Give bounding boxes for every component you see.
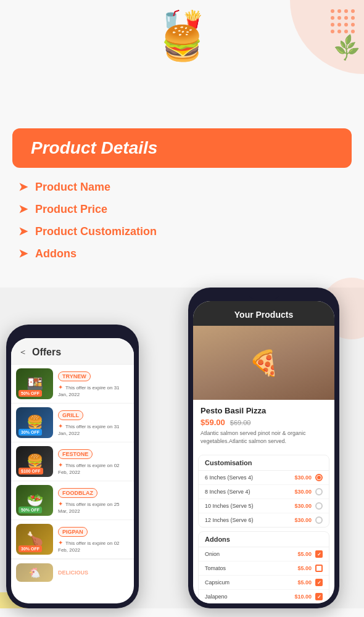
back-arrow-icon[interactable]: ＜ xyxy=(19,347,27,358)
addon-price-tomatos: $5.00 xyxy=(297,565,312,571)
arrow-icon-customization: ➤ xyxy=(19,225,28,238)
addon-row-onion[interactable]: Onion $5.00 ✓ xyxy=(199,547,329,561)
offer-card-festone[interactable]: 🍔 $100 OFF FESTONE ✦ This offer is expir… xyxy=(11,442,134,481)
burger-icon: 🍔 xyxy=(0,27,364,60)
addon-price-jalapeno: $10.00 xyxy=(294,594,312,600)
radio-8inch[interactable] xyxy=(315,488,323,495)
right-phone-notch xyxy=(249,292,279,299)
offers-header: ＜ Offers xyxy=(11,338,134,365)
price-old: $69.00 xyxy=(230,419,251,426)
offer-info-trynew: TRYNEW ✦ This offer is expire on 31 Jan,… xyxy=(58,370,129,398)
product-details-banner: Product Details xyxy=(12,128,352,168)
offer-badge-trynew: 50% OFF xyxy=(19,390,42,397)
feature-label-price: Product Price xyxy=(35,203,107,216)
delicious-label: DELICIOUS xyxy=(58,569,88,576)
custom-row-8inch[interactable]: 8 Inches (Serve 4) $30.00 xyxy=(199,485,329,499)
offer-info-pigpan: PIGPAN ✦ This offer is expire on 02 Feb,… xyxy=(58,525,129,553)
addon-label-tomatos: Tomatos xyxy=(205,565,297,571)
offer-info-foodblaz: FOODBLAZ ✦ This offer is expire on 25 Ma… xyxy=(58,486,129,515)
addon-price-capsicum: $5.00 xyxy=(297,579,312,586)
custom-label-12inch: 12 Inches (Serve 6) xyxy=(205,517,294,523)
product-info: Pesto Basil Pizza $59.00 $69.00 Atlantic… xyxy=(193,400,334,455)
offer-card-foodblaz[interactable]: 🥗 50% OFF FOODBLAZ ✦ This offer is expir… xyxy=(11,481,134,520)
offer-desc-trynew: ✦ This offer is expire on 31 Jan, 2022 xyxy=(58,383,129,398)
arrow-icon-price: ➤ xyxy=(19,202,28,216)
custom-label-10inch: 10 Inches (Serve 5) xyxy=(205,503,294,509)
offer-card-grill[interactable]: 🍔 30% OFF GRILL ✦ This offer is expire o… xyxy=(11,404,134,442)
right-phone-mockup: Your Products 🍕 Pesto Basil Pizza $59.00… xyxy=(188,288,339,608)
offer-code-foodblaz: FOODBLAZ xyxy=(58,488,97,498)
food-plate-emoji: 🍕 xyxy=(249,349,279,378)
arrow-icon-addons: ➤ xyxy=(19,247,28,260)
product-screen-title: Your Products xyxy=(234,310,293,320)
custom-price-8inch: $30.00 xyxy=(294,489,312,495)
addons-title: Addons xyxy=(199,532,329,547)
checkbox-tomatos[interactable] xyxy=(315,565,323,572)
offer-desc-text-trynew: This offer is expire on 31 Jan, 2022 xyxy=(58,385,120,397)
product-description: Atlantic salmon served pinot noir & orga… xyxy=(201,429,327,445)
feature-item-name: ➤ Product Name xyxy=(19,180,345,194)
offer-icon-grill: ✦ xyxy=(58,423,63,429)
custom-row-10inch[interactable]: 10 Inches (Serve 5) $30.00 xyxy=(199,499,329,513)
left-phone-mockup: ＜ Offers 🍱 50% OFF TRYNEW ✦ xyxy=(6,325,139,608)
custom-row-12inch[interactable]: 12 Inches (Serve 6) $30.00 xyxy=(199,513,329,527)
addon-price-onion: $5.00 xyxy=(297,551,312,557)
feature-label-customization: Product Customization xyxy=(35,225,157,238)
offer-img-meals: 🍱 50% OFF xyxy=(16,368,53,399)
feature-label-addons: Addons xyxy=(35,247,77,260)
offer-card-delicious: 🐔 DELICIOUS xyxy=(11,559,134,586)
addon-row-tomatos[interactable]: Tomatos $5.00 xyxy=(199,561,329,576)
offer-desc-foodblaz: ✦ This offer is expire on 25 Mar, 2022 xyxy=(58,500,129,515)
addon-label-jalapeno: Jalapeno xyxy=(205,594,294,600)
product-image: 🍕 xyxy=(193,326,334,400)
radio-10inch[interactable] xyxy=(315,502,323,510)
checkbox-onion[interactable]: ✓ xyxy=(315,550,323,558)
checkbox-capsicum[interactable]: ✓ xyxy=(315,579,323,586)
offer-code-pigpan: PIGPAN xyxy=(58,527,88,537)
feature-item-price: ➤ Product Price xyxy=(19,202,345,216)
offer-icon-foodblaz: ✦ xyxy=(58,500,63,507)
custom-price-10inch: $30.00 xyxy=(294,503,312,509)
left-phone-notch xyxy=(57,329,88,336)
check-jalapeno: ✓ xyxy=(317,594,321,600)
radio-inner-6inch xyxy=(317,476,321,479)
addon-row-capsicum[interactable]: Capsicum $5.00 ✓ xyxy=(199,576,329,590)
offer-badge-festone: $100 OFF xyxy=(19,468,43,474)
right-phone-container: Your Products 🍕 Pesto Basil Pizza $59.00… xyxy=(188,288,339,608)
product-name: Pesto Basil Pizza xyxy=(201,406,327,415)
addon-row-jalapeno[interactable]: Jalapeno $10.00 ✓ xyxy=(199,590,329,603)
addon-label-onion: Onion xyxy=(205,551,297,557)
check-capsicum: ✓ xyxy=(317,580,321,586)
offer-desc-text-festone: This offer is expire on 02 Feb, 2022 xyxy=(58,463,120,474)
offer-badge-pigpan: 30% OFF xyxy=(19,545,42,552)
offer-desc-grill: ✦ This offer is expire on 31 Jan, 2022 xyxy=(58,422,129,437)
offer-card-pigpan[interactable]: 🍗 30% OFF PIGPAN ✦ This offer is expire … xyxy=(11,520,134,559)
product-details-title: Product Details xyxy=(31,138,333,158)
top-area: 🌿 🥤🍟 🍔 Product Details ➤ Product Name ➤ … xyxy=(0,0,364,288)
offer-badge-foodblaz: 50% OFF xyxy=(19,507,42,513)
arrow-icon-name: ➤ xyxy=(19,180,28,194)
offer-desc-festone: ✦ This offer is expire on 02 Feb, 2022 xyxy=(58,461,129,476)
offer-desc-text-pigpan: This offer is expire on 02 Feb, 2022 xyxy=(58,540,120,552)
addons-section: Addons Onion $5.00 ✓ Tomatos $5.00 C xyxy=(198,531,329,603)
feature-item-customization: ➤ Product Customization xyxy=(19,225,345,238)
offer-info-festone: FESTONE ✦ This offer is expire on 02 Feb… xyxy=(58,447,129,476)
custom-price-6inch: $30.00 xyxy=(294,474,312,481)
radio-6inch[interactable] xyxy=(315,474,323,481)
offer-desc-text-foodblaz: This offer is expire on 25 Mar, 2022 xyxy=(58,502,120,513)
custom-label-8inch: 8 Inches (Serve 4) xyxy=(205,489,294,495)
feature-label-name: Product Name xyxy=(35,181,110,194)
left-phone-container: ＜ Offers 🍱 50% OFF TRYNEW ✦ xyxy=(6,325,139,608)
radio-12inch[interactable] xyxy=(315,516,323,524)
feature-item-addons: ➤ Addons xyxy=(19,247,345,260)
customisation-title: Customisation xyxy=(199,455,329,471)
custom-row-6inch[interactable]: 6 Inches (Serves 4) $30.00 xyxy=(199,471,329,485)
offer-desc-text-grill: This offer is expire on 31 Jan, 2022 xyxy=(58,424,120,436)
offer-card-trynew[interactable]: 🍱 50% OFF TRYNEW ✦ This offer is expire … xyxy=(11,365,134,404)
offer-img-bowls: 🥗 50% OFF xyxy=(16,485,53,516)
custom-label-6inch: 6 Inches (Serves 4) xyxy=(205,474,294,481)
offer-code-trynew: TRYNEW xyxy=(58,371,91,381)
offer-code-festone: FESTONE xyxy=(58,449,93,459)
checkbox-jalapeno[interactable]: ✓ xyxy=(315,593,323,600)
offer-icon-pigpan: ✦ xyxy=(58,539,63,546)
